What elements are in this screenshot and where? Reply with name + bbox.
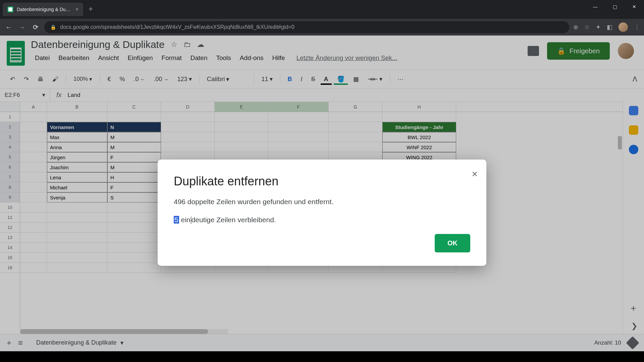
cell[interactable]: M (107, 132, 161, 142)
url-input[interactable]: 🔒 docs.google.com/spreadsheets/d/1Jevzbk… (44, 21, 569, 33)
profile-avatar-icon[interactable] (619, 22, 628, 32)
calendar-icon[interactable] (629, 106, 638, 115)
col-header-g[interactable]: G (329, 102, 382, 112)
new-tab-button[interactable]: + (83, 5, 98, 16)
cloud-status-icon[interactable]: ☁ (197, 40, 204, 49)
move-icon[interactable]: 🗀 (183, 40, 191, 49)
cell[interactable] (20, 213, 47, 223)
cell[interactable] (47, 263, 107, 273)
bookmark-icon[interactable]: ☆ (584, 23, 590, 31)
menu-file[interactable]: Datei (31, 53, 54, 63)
cell[interactable] (329, 112, 382, 122)
cell[interactable] (107, 253, 161, 263)
select-all-corner[interactable] (0, 102, 20, 112)
forward-button[interactable]: → (17, 22, 27, 32)
menu-format[interactable]: Format (158, 53, 186, 63)
cell[interactable] (20, 253, 47, 263)
borders-button[interactable]: ▦ (350, 73, 362, 85)
cell[interactable] (20, 132, 47, 142)
row-header[interactable]: 12 (0, 223, 20, 233)
cell[interactable]: BWL 2022 (382, 132, 456, 142)
row-header[interactable]: 11 (0, 213, 20, 223)
cell[interactable] (268, 142, 329, 152)
cell[interactable] (20, 122, 47, 132)
cell[interactable] (20, 172, 47, 182)
cell[interactable] (215, 112, 268, 122)
cell[interactable]: Jürgen (47, 152, 107, 162)
close-window-button[interactable]: ✕ (625, 0, 644, 13)
all-sheets-button[interactable]: ≡ (18, 338, 23, 348)
col-header-b[interactable]: B (47, 102, 107, 112)
menu-tools[interactable]: Tools (212, 53, 235, 63)
cell[interactable] (329, 122, 382, 132)
cell[interactable] (47, 243, 107, 253)
cell[interactable] (20, 112, 47, 122)
font-size-select[interactable]: 11 ▾ (258, 73, 276, 85)
cell[interactable] (20, 152, 47, 162)
row-header[interactable]: 14 (0, 243, 20, 253)
row-header[interactable]: 16 (0, 263, 20, 273)
row-header[interactable]: 9 (0, 192, 20, 202)
cell[interactable]: Vornamen (47, 122, 107, 132)
dialog-close-icon[interactable]: × (472, 168, 478, 180)
col-header-d[interactable]: D (161, 102, 215, 112)
col-header-c[interactable]: C (107, 102, 161, 112)
name-box[interactable]: E2:F6▾ (0, 88, 50, 102)
minimize-button[interactable]: ― (586, 0, 605, 13)
add-sheet-button[interactable]: + (7, 338, 11, 348)
font-select[interactable]: Calibri ▾ (204, 75, 250, 83)
col-header-h[interactable]: H (382, 102, 456, 112)
row-header[interactable]: 8 (0, 182, 20, 192)
cell[interactable]: Joachim (47, 162, 107, 172)
cell[interactable]: F (107, 152, 161, 162)
document-title[interactable]: Datenbereinigung & Duplikate (31, 39, 165, 50)
cell[interactable] (382, 112, 456, 122)
zoom-select[interactable]: 100% ▾ (70, 74, 96, 85)
cell[interactable] (20, 182, 47, 192)
bold-button[interactable]: B (284, 74, 296, 85)
cell[interactable] (268, 132, 329, 142)
menu-view[interactable]: Ansicht (94, 53, 123, 63)
cell[interactable]: Studiengänge - Jahr (382, 122, 456, 132)
extension-icon[interactable]: ◧ (607, 23, 612, 31)
more-toolbar-button[interactable]: ⋯ (394, 73, 407, 85)
sheet-tab-menu-icon[interactable]: ▾ (120, 339, 123, 347)
cell[interactable]: S (107, 192, 161, 202)
comments-icon[interactable] (528, 46, 539, 56)
col-header-e[interactable]: E (215, 102, 268, 112)
cell[interactable] (20, 243, 47, 253)
formula-input[interactable]: Land (68, 92, 80, 99)
cell[interactable] (47, 112, 107, 122)
cell[interactable] (215, 142, 268, 152)
number-format-select[interactable]: 123 ▾ (174, 73, 195, 85)
cell[interactable] (161, 132, 215, 142)
menu-addons[interactable]: Add-ons (236, 53, 268, 63)
row-header[interactable]: 3 (0, 132, 20, 142)
chrome-menu-icon[interactable]: ⋮ (634, 23, 640, 31)
undo-button[interactable]: ↶ (7, 73, 18, 85)
fill-color-button[interactable]: 🪣 (334, 73, 348, 85)
cell[interactable] (329, 142, 382, 152)
menu-data[interactable]: Daten (186, 53, 212, 63)
row-header[interactable]: 5 (0, 152, 20, 162)
side-panel-collapse-icon[interactable]: ❯ (631, 322, 637, 330)
cell[interactable] (107, 233, 161, 243)
paint-format-button[interactable]: 🖌 (49, 74, 62, 85)
cell[interactable]: Svenja (47, 192, 107, 202)
dialog-ok-button[interactable]: OK (435, 234, 470, 252)
cell[interactable] (20, 202, 47, 213)
cell[interactable]: Lena (47, 172, 107, 182)
row-header[interactable]: 7 (0, 172, 20, 182)
cell[interactable] (107, 213, 161, 223)
decrease-decimal-button[interactable]: .0← (130, 74, 149, 85)
explore-icon[interactable] (626, 336, 639, 350)
star-icon[interactable]: ☆ (171, 40, 177, 49)
row-header[interactable]: 13 (0, 233, 20, 243)
merge-button[interactable]: ⇥⇤ ▾ (364, 73, 386, 85)
reload-button[interactable]: ⟳ (31, 22, 40, 32)
back-button[interactable]: ← (4, 22, 13, 32)
horizontal-scrollbar[interactable] (20, 329, 228, 334)
sheets-logo-icon[interactable] (7, 41, 25, 66)
col-header-f[interactable]: F (268, 102, 329, 112)
cell[interactable] (47, 202, 107, 213)
